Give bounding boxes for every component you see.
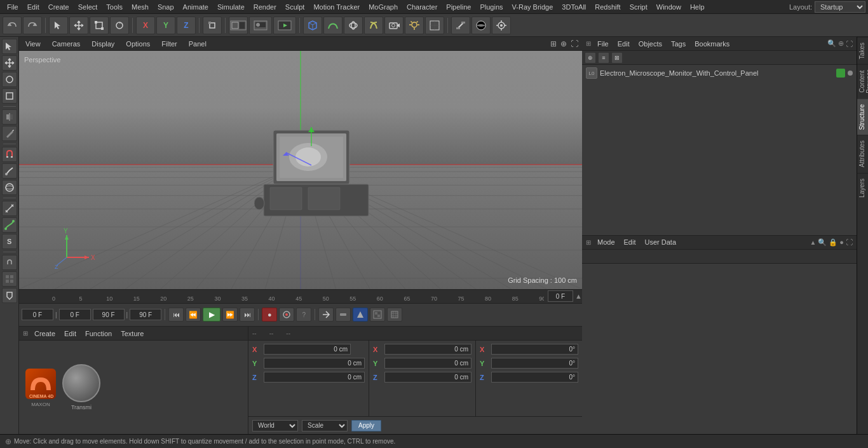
- step-back-button[interactable]: ⏪: [186, 308, 201, 322]
- end-frame-input[interactable]: [130, 309, 161, 320]
- menu-animate[interactable]: Animate: [179, 2, 213, 12]
- left-tool-3[interactable]: [2, 72, 17, 87]
- rot-z-input[interactable]: [491, 372, 578, 383]
- menu-edit[interactable]: Edit: [23, 2, 44, 12]
- scale-dropdown[interactable]: Scale: [302, 420, 348, 431]
- menu-plugins[interactable]: Plugins: [475, 2, 507, 12]
- play-button[interactable]: ▶: [203, 308, 220, 322]
- obj-menu-file[interactable]: File: [595, 39, 611, 49]
- deformer-button[interactable]: [364, 17, 383, 34]
- menu-create[interactable]: Create: [44, 2, 74, 12]
- rotate-tool-button[interactable]: [110, 17, 129, 34]
- viewport-menu-view[interactable]: View: [23, 39, 43, 49]
- object-item-1[interactable]: L0 Electron_Microscope_Monitor_With_Cont…: [583, 66, 855, 80]
- left-tool-8[interactable]: [2, 163, 17, 179]
- viewport-icon-lock[interactable]: ⊕: [560, 39, 567, 48]
- rot-x-input[interactable]: [491, 344, 578, 355]
- start-frame-input[interactable]: [22, 309, 53, 320]
- menu-3dtoall[interactable]: 3DToAll: [557, 2, 590, 12]
- obj-menu-objects[interactable]: Objects: [636, 39, 665, 49]
- left-tool-7[interactable]: [2, 147, 17, 162]
- undo-button[interactable]: [3, 17, 22, 34]
- menu-script[interactable]: Script: [625, 2, 652, 12]
- left-tool-5[interactable]: [2, 109, 17, 125]
- menu-window[interactable]: Window: [652, 2, 686, 12]
- pos-z-input[interactable]: [264, 372, 365, 383]
- move-tool-button[interactable]: [69, 17, 88, 34]
- obj-menu-edit[interactable]: Edit: [615, 39, 632, 49]
- apply-button[interactable]: Apply: [351, 420, 381, 431]
- world-dropdown[interactable]: World: [252, 420, 298, 431]
- pos-x-input[interactable]: [264, 344, 351, 355]
- record-mode-button[interactable]: [279, 308, 294, 322]
- objects-filter-icon[interactable]: ⊕: [838, 39, 844, 48]
- object-tool-button[interactable]: [203, 17, 222, 34]
- obj-toolbar-btn-1[interactable]: ⊕: [585, 52, 596, 64]
- size-x-input[interactable]: [384, 344, 471, 355]
- vtab-attributes[interactable]: Attributes: [857, 135, 868, 172]
- scene-button[interactable]: [425, 17, 444, 34]
- objects-search-icon[interactable]: 🔍: [827, 39, 836, 48]
- attr-menu-edit[interactable]: Edit: [621, 237, 639, 247]
- attrs-search-icon[interactable]: 🔍: [818, 238, 827, 247]
- menu-render[interactable]: Render: [249, 2, 281, 12]
- select-tool-button[interactable]: [49, 17, 68, 34]
- rot-y-input[interactable]: [491, 358, 578, 369]
- camera-button[interactable]: [384, 17, 403, 34]
- viewport-icon-expand[interactable]: ⛶: [571, 39, 578, 48]
- size-z-input[interactable]: [384, 372, 471, 383]
- attr-menu-mode[interactable]: Mode: [595, 237, 618, 247]
- render-region-button[interactable]: [229, 17, 248, 34]
- mat-menu-texture[interactable]: Texture: [118, 329, 146, 339]
- cube-button[interactable]: [303, 17, 322, 34]
- menu-mograph[interactable]: MoGraph: [364, 2, 402, 12]
- current-frame-input[interactable]: [548, 290, 573, 302]
- mat-menu-create[interactable]: Create: [32, 329, 58, 339]
- attrs-lock-icon[interactable]: 🔒: [829, 238, 837, 247]
- twist-button[interactable]: [451, 17, 470, 34]
- left-tool-11[interactable]: [2, 217, 17, 233]
- fps-mode-button[interactable]: [387, 308, 402, 322]
- viewport-menu-panel[interactable]: Panel: [186, 39, 209, 49]
- redo-button[interactable]: [23, 17, 42, 34]
- timeline-ruler[interactable]: 0 5 10 15 20 25 30 35 40 45 50 55: [19, 290, 582, 304]
- vtab-takes[interactable]: Takes: [857, 37, 868, 64]
- attr-menu-userdata[interactable]: User Data: [642, 237, 679, 247]
- mat-menu-function[interactable]: Function: [83, 329, 114, 339]
- go-to-start-button[interactable]: ⏮: [168, 308, 184, 322]
- viewport-icon-grid[interactable]: ⊞: [550, 39, 557, 48]
- key-mode-button[interactable]: [336, 308, 351, 322]
- left-tool-6[interactable]: [2, 126, 17, 141]
- vtab-structure[interactable]: Structure: [857, 98, 868, 135]
- material-thumbnail[interactable]: [62, 364, 100, 402]
- menu-file[interactable]: File: [3, 2, 23, 12]
- pos-y-input[interactable]: [264, 358, 365, 369]
- viewport-menu-cameras[interactable]: Cameras: [50, 39, 83, 49]
- attrs-dot-icon[interactable]: ●: [839, 238, 844, 246]
- menu-mesh[interactable]: Mesh: [127, 2, 153, 12]
- move-keys-button[interactable]: [318, 308, 334, 322]
- go-to-end-button[interactable]: ⏭: [240, 308, 255, 322]
- menu-pipeline[interactable]: Pipeline: [442, 2, 475, 12]
- left-tool-12[interactable]: S: [2, 234, 17, 249]
- scale-tool-button[interactable]: [90, 17, 109, 34]
- snap-enable-button[interactable]: [492, 17, 511, 34]
- menu-snap[interactable]: Snap: [153, 2, 179, 12]
- menu-character[interactable]: Character: [402, 2, 442, 12]
- menu-simulate[interactable]: Simulate: [213, 2, 249, 12]
- attrs-expand-icon[interactable]: ⛶: [846, 238, 853, 246]
- preview-start-input[interactable]: [59, 309, 91, 320]
- preview-end-input[interactable]: [93, 309, 125, 320]
- record-button[interactable]: ●: [262, 308, 277, 322]
- step-forward-button[interactable]: ⏩: [222, 308, 238, 322]
- render-viewport-button[interactable]: [273, 17, 296, 34]
- left-tool-4[interactable]: [2, 88, 17, 104]
- curve-button[interactable]: [323, 17, 342, 34]
- nurbs-button[interactable]: [344, 17, 363, 34]
- key-display-button[interactable]: [370, 308, 385, 322]
- menu-sculpt[interactable]: Sculpt: [281, 2, 309, 12]
- y-axis-button[interactable]: Y: [156, 17, 175, 34]
- menu-tools[interactable]: Tools: [102, 2, 127, 12]
- left-tool-2[interactable]: [2, 55, 17, 71]
- viewport-3d[interactable]: Perspective: [19, 51, 582, 289]
